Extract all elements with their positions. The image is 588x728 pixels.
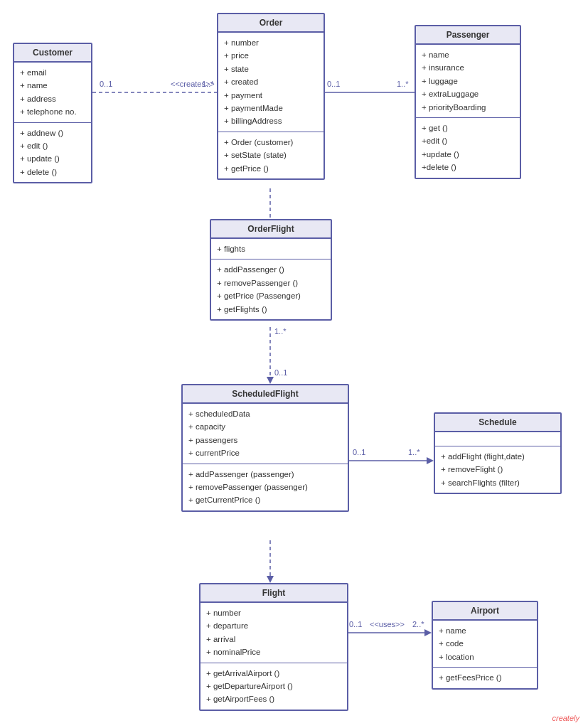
- schedule-class: Schedule + addFlight (flight,date) + rem…: [434, 412, 562, 494]
- svg-text:0..1: 0..1: [327, 80, 340, 88]
- order-attributes: + number + price + state + created + pay…: [218, 33, 324, 132]
- order-class: Order + number + price + state + created…: [217, 13, 325, 180]
- customer-attributes: + email + name + address + telephone no.: [14, 63, 91, 123]
- svg-text:2..*: 2..*: [412, 620, 424, 628]
- passenger-attributes: + name + insurance + luggage + extraLugg…: [416, 45, 520, 118]
- schedule-methods: + addFlight (flight,date) + removeFlight…: [435, 446, 560, 493]
- svg-text:0..1: 0..1: [100, 80, 112, 88]
- orderflight-class: OrderFlight + flights + addPassenger () …: [210, 219, 332, 321]
- passenger-title: Passenger: [447, 30, 490, 40]
- orderflight-title: OrderFlight: [247, 224, 294, 234]
- airport-class: Airport + name + code + location + getFe…: [432, 601, 538, 690]
- customer-title: Customer: [33, 48, 73, 58]
- passenger-methods: + get () +edit () +update () +delete (): [416, 118, 520, 178]
- svg-marker-11: [267, 576, 274, 583]
- orderflight-attributes: + flights: [211, 239, 331, 259]
- scheduledflight-attributes: + scheduledData + capacity + passengers …: [183, 404, 348, 464]
- schedule-title: Schedule: [479, 417, 516, 427]
- customer-class: Customer + email + name + address + tele…: [13, 43, 92, 183]
- svg-text:0..1: 0..1: [274, 368, 287, 377]
- airport-attributes: + name + code + location: [433, 621, 537, 668]
- order-methods: + Order (customer) + setState (state) + …: [218, 132, 324, 178]
- airport-methods: + getFeesPrice (): [433, 668, 537, 687]
- orderflight-methods: + addPassenger () + removePassenger () +…: [211, 259, 331, 319]
- diagram-container: 0..1 <<creates>> 1..* 0..1 1..* 1..* 0..…: [0, 0, 588, 728]
- flight-methods: + getArrivalAirport () + getDepartureAir…: [201, 663, 347, 710]
- svg-text:1..*: 1..*: [274, 327, 287, 336]
- watermark: creately: [552, 714, 579, 722]
- customer-methods: + addnew () + edit () + update () + dele…: [14, 123, 91, 183]
- order-title: Order: [260, 18, 283, 28]
- svg-text:0..1: 0..1: [353, 448, 365, 456]
- flight-header: Flight: [201, 584, 347, 603]
- airport-header: Airport: [433, 602, 537, 621]
- svg-marker-13: [424, 629, 432, 636]
- order-header: Order: [218, 14, 324, 33]
- passenger-header: Passenger: [416, 26, 520, 45]
- scheduledflight-title: ScheduledFlight: [232, 389, 298, 399]
- svg-text:1..*: 1..*: [408, 448, 420, 456]
- scheduledflight-header: ScheduledFlight: [183, 385, 348, 404]
- flight-class: Flight + number + departure + arrival + …: [199, 583, 348, 711]
- svg-text:1..*: 1..*: [202, 80, 214, 88]
- orderflight-header: OrderFlight: [211, 220, 331, 239]
- svg-text:<<uses>>: <<uses>>: [370, 620, 405, 628]
- passenger-class: Passenger + name + insurance + luggage +…: [415, 25, 521, 179]
- svg-text:0..1: 0..1: [349, 620, 362, 628]
- svg-text:1..*: 1..*: [397, 80, 409, 88]
- svg-marker-9: [427, 457, 434, 464]
- schedule-attributes: [435, 432, 560, 446]
- schedule-header: Schedule: [435, 414, 560, 432]
- svg-text:<<creates>>: <<creates>>: [171, 80, 215, 88]
- flight-attributes: + number + departure + arrival + nominal…: [201, 603, 347, 663]
- flight-title: Flight: [262, 588, 286, 598]
- airport-title: Airport: [471, 606, 499, 616]
- customer-header: Customer: [14, 44, 91, 63]
- scheduledflight-class: ScheduledFlight + scheduledData + capaci…: [181, 384, 349, 512]
- svg-marker-7: [267, 377, 274, 384]
- scheduledflight-methods: + addPassenger (passenger) + removePasse…: [183, 464, 348, 510]
